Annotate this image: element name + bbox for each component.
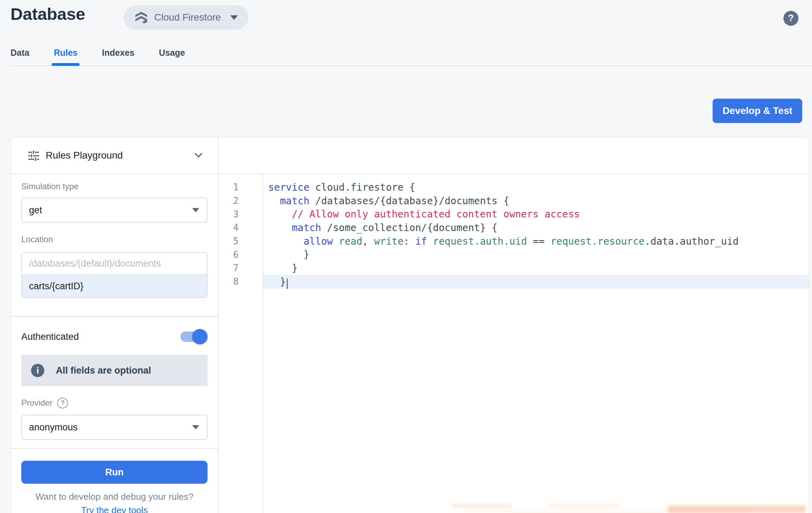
- editor-toolbar: [219, 137, 809, 174]
- footer-question: Want to develop and debug your rules?: [21, 491, 208, 502]
- rules-code-editor[interactable]: 1service cloud.firestore {2 match /datab…: [219, 174, 809, 513]
- line-number: 1: [219, 182, 263, 192]
- rules-playground-panel: Simulation type get Location /databases/…: [11, 174, 219, 513]
- dropdown-caret-icon: [230, 15, 238, 20]
- select-caret-icon: [192, 208, 199, 212]
- line-number: 6: [219, 250, 263, 260]
- help-button[interactable]: ?: [783, 11, 798, 26]
- code-lines: 1service cloud.firestore {2 match /datab…: [219, 181, 809, 289]
- playground-title: Rules Playground: [46, 150, 123, 161]
- simulation-type-select[interactable]: get: [21, 198, 208, 223]
- code-text: }: [263, 275, 809, 289]
- info-icon: i: [31, 364, 44, 377]
- code-text: // Allow only authenticated content owne…: [263, 207, 809, 221]
- simulation-type-label: Simulation type: [21, 182, 208, 191]
- code-line[interactable]: 5 allow read, write: if request.auth.uid…: [219, 235, 809, 248]
- info-banner: i All fields are optional: [21, 355, 208, 386]
- code-line[interactable]: 1service cloud.firestore {: [219, 181, 809, 194]
- code-text: match /some_collection/{document} {: [263, 221, 809, 235]
- code-line[interactable]: 3 // Allow only authenticated content ow…: [219, 207, 809, 221]
- gutter-separator: [263, 174, 263, 513]
- line-number: 5: [219, 236, 263, 246]
- code-text: service cloud.firestore {: [263, 181, 809, 194]
- code-text: allow read, write: if request.auth.uid =…: [263, 235, 809, 248]
- dev-tools-link[interactable]: Try the dev tools: [81, 505, 148, 513]
- info-banner-text: All fields are optional: [56, 365, 151, 376]
- code-text: }: [263, 248, 809, 261]
- line-number: 8: [219, 276, 263, 287]
- rules-card: Rules Playground Simulation type get Loc…: [10, 137, 809, 513]
- provider-select[interactable]: anonymous: [21, 415, 208, 440]
- provider-value: anonymous: [29, 422, 78, 433]
- location-placeholder-row[interactable]: /databases/(default)/documents: [22, 253, 207, 275]
- provider-help-icon[interactable]: ?: [57, 398, 68, 408]
- tab-indexes[interactable]: Indexes: [102, 40, 134, 66]
- text-cursor: [287, 278, 288, 289]
- code-text: }: [263, 261, 809, 275]
- playground-header[interactable]: Rules Playground: [11, 137, 219, 174]
- code-line[interactable]: 7 }: [219, 261, 809, 275]
- location-path-value[interactable]: carts/{cartID}: [22, 275, 207, 297]
- location-label: Location: [21, 235, 208, 244]
- line-number: 2: [219, 196, 263, 206]
- toggle-knob: [192, 329, 208, 344]
- line-number: 7: [219, 263, 263, 273]
- product-switcher[interactable]: Cloud Firestore: [124, 5, 248, 30]
- authenticated-label: Authenticated: [21, 331, 79, 342]
- firestore-icon: [134, 10, 148, 24]
- product-switcher-label: Cloud Firestore: [154, 12, 221, 23]
- divider: [11, 448, 218, 449]
- provider-label: Provider: [21, 398, 52, 408]
- chevron-down-icon[interactable]: [193, 150, 204, 161]
- code-text: match /databases/{database}/documents {: [263, 194, 809, 208]
- develop-test-button[interactable]: Develop & Test: [713, 99, 802, 123]
- line-number: 4: [219, 222, 263, 233]
- page-title: Database: [10, 4, 85, 24]
- code-line[interactable]: 8 }: [219, 275, 809, 289]
- code-line[interactable]: 2 match /databases/{database}/documents …: [219, 194, 809, 208]
- tab-rules[interactable]: Rules: [54, 40, 77, 66]
- code-line[interactable]: 4 match /some_collection/{document} {: [219, 221, 809, 235]
- tab-data[interactable]: Data: [10, 40, 29, 66]
- help-icon: ?: [788, 13, 794, 24]
- simulation-type-value: get: [29, 205, 42, 216]
- tab-bar: Data Rules Indexes Usage: [10, 40, 812, 66]
- code-line[interactable]: 6 }: [219, 248, 809, 261]
- select-caret-icon: [192, 425, 199, 429]
- run-button[interactable]: Run: [21, 461, 208, 484]
- tune-icon: [28, 150, 40, 162]
- location-input: /databases/(default)/documents carts/{ca…: [21, 252, 208, 298]
- tab-usage[interactable]: Usage: [159, 40, 185, 66]
- divider: [11, 316, 218, 317]
- line-number: 3: [219, 209, 263, 220]
- authenticated-toggle[interactable]: [180, 331, 206, 342]
